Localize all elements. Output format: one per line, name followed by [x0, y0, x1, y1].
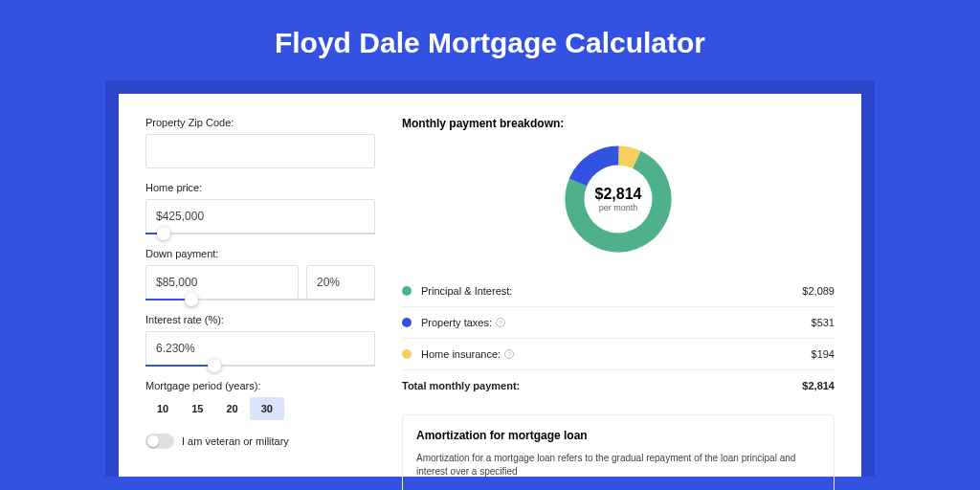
toggle-knob	[147, 435, 159, 447]
dot-blue	[402, 318, 412, 327]
payment-donut-chart: $2,814 per month	[561, 142, 676, 256]
donut-total: $2,814	[595, 186, 642, 203]
rate-slider-thumb[interactable]	[208, 359, 221, 372]
breakdown-row-principal: Principal & Interest: $2,089	[402, 276, 835, 307]
inputs-column: Property Zip Code: Home price: $425,000 …	[145, 117, 375, 477]
price-input[interactable]: $425,000	[145, 199, 375, 234]
period-btn-30[interactable]: 30	[250, 397, 284, 420]
calculator-panel: Property Zip Code: Home price: $425,000 …	[119, 94, 861, 477]
rate-input[interactable]: 6.230%	[145, 331, 375, 366]
veteran-toggle[interactable]	[145, 434, 174, 449]
down-amount-input[interactable]: $85,000	[145, 265, 299, 300]
insurance-label: Home insurance: ?	[421, 348, 812, 360]
breakdown-title: Monthly payment breakdown:	[402, 117, 835, 130]
dot-green	[402, 286, 412, 296]
rate-label: Interest rate (%):	[145, 314, 375, 325]
zip-label: Property Zip Code:	[145, 117, 375, 128]
amortization-title: Amortization for mortgage loan	[416, 429, 820, 442]
info-icon[interactable]: ?	[504, 349, 514, 359]
veteran-label: I am veteran or military	[182, 435, 289, 447]
down-slider[interactable]	[145, 299, 375, 301]
principal-label: Principal & Interest:	[421, 285, 802, 297]
price-slider[interactable]	[145, 233, 375, 234]
down-percent-input[interactable]: 20%	[306, 265, 375, 300]
breakdown-column: Monthly payment breakdown: $2,814 per mo…	[402, 117, 835, 477]
price-slider-thumb[interactable]	[157, 227, 170, 240]
period-buttons: 10 15 20 30	[145, 397, 375, 420]
taxes-label: Property taxes: ?	[421, 317, 812, 328]
breakdown-total-row: Total monthly payment: $2,814	[402, 370, 835, 401]
period-btn-20[interactable]: 20	[215, 397, 250, 420]
principal-value: $2,089	[802, 285, 835, 297]
page-title: Floyd Dale Mortgage Calculator	[105, 27, 875, 59]
dot-yellow	[402, 349, 412, 359]
rate-slider[interactable]	[145, 365, 375, 367]
zip-input[interactable]	[145, 134, 375, 168]
period-btn-15[interactable]: 15	[180, 397, 214, 420]
period-label: Mortgage period (years):	[145, 380, 375, 391]
amortization-box: Amortization for mortgage loan Amortizat…	[402, 414, 835, 490]
insurance-value: $194	[812, 348, 835, 360]
amortization-text: Amortization for a mortgage loan refers …	[416, 452, 820, 479]
down-label: Down payment:	[145, 248, 375, 259]
breakdown-row-insurance: Home insurance: ? $194	[402, 339, 835, 370]
period-btn-10[interactable]: 10	[145, 397, 180, 420]
breakdown-row-taxes: Property taxes: ? $531	[402, 307, 835, 339]
price-label: Home price:	[145, 182, 375, 193]
info-icon[interactable]: ?	[496, 318, 505, 327]
panel-shadow: Property Zip Code: Home price: $425,000 …	[105, 80, 875, 477]
donut-sub: per month	[595, 203, 642, 212]
down-slider-thumb[interactable]	[185, 293, 198, 306]
total-value: $2,814	[802, 380, 835, 391]
total-label: Total monthly payment:	[402, 380, 802, 391]
taxes-value: $531	[812, 317, 835, 328]
